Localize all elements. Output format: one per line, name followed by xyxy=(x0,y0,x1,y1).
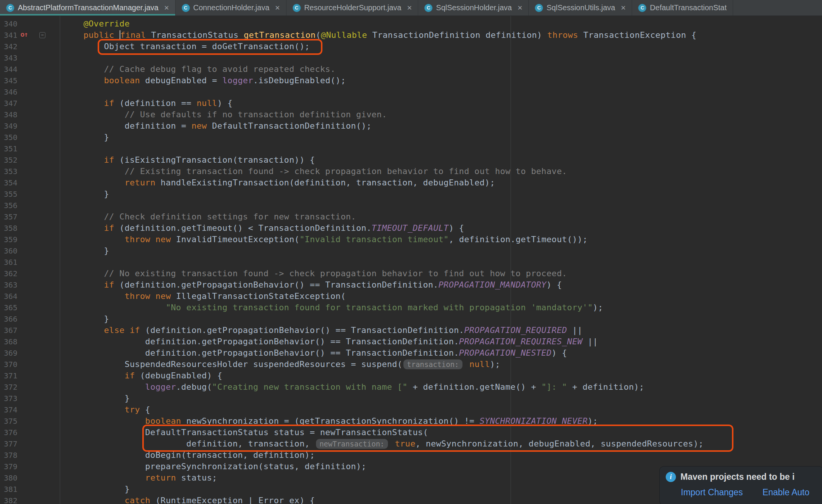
line-number[interactable]: 355 xyxy=(0,190,17,199)
code-line[interactable]: 377 definition, transaction, newTransact… xyxy=(0,438,822,450)
line-number[interactable]: 353 xyxy=(0,167,17,176)
code-line[interactable]: 346 xyxy=(0,86,822,98)
line-number[interactable]: 374 xyxy=(0,405,17,414)
line-number[interactable]: 363 xyxy=(0,280,17,289)
editor-tab[interactable]: CAbstractPlatformTransactionManager.java… xyxy=(0,0,176,16)
line-number[interactable]: 370 xyxy=(0,360,17,369)
line-number[interactable]: 372 xyxy=(0,383,17,392)
code-line[interactable]: 358 if (definition.getTimeout() < Transa… xyxy=(0,222,822,234)
line-number[interactable]: 367 xyxy=(0,326,17,335)
line-number[interactable]: 373 xyxy=(0,394,17,403)
line-number[interactable]: 360 xyxy=(0,246,17,255)
editor-tab[interactable]: CResourceHolderSupport.java× xyxy=(286,0,419,16)
line-number[interactable]: 369 xyxy=(0,348,17,358)
notification-link[interactable]: Enable Auto xyxy=(763,487,810,498)
code-line[interactable]: 352 if (isExistingTransaction(transactio… xyxy=(0,154,822,166)
line-number[interactable]: 346 xyxy=(0,87,17,96)
line-number[interactable]: 342 xyxy=(0,42,17,51)
line-number[interactable]: 382 xyxy=(0,496,17,504)
tab-close-icon[interactable]: × xyxy=(407,4,412,12)
editor-tab[interactable]: CSqlSessionHolder.java× xyxy=(418,0,529,16)
code-line[interactable]: 359 throw new InvalidTimeoutException("I… xyxy=(0,234,822,245)
code-line[interactable]: 363 if (definition.getPropagationBehavio… xyxy=(0,279,822,291)
line-number[interactable]: 343 xyxy=(0,53,17,62)
line-number[interactable]: 341 xyxy=(0,31,17,40)
line-number[interactable]: 368 xyxy=(0,337,17,346)
code-line[interactable]: 356 xyxy=(0,200,822,211)
tab-close-icon[interactable]: × xyxy=(517,4,522,12)
code-line[interactable]: 349 definition = new DefaultTransactionD… xyxy=(0,120,822,132)
code-line[interactable]: 354 return handleExistingTransaction(def… xyxy=(0,177,822,188)
line-number[interactable]: 359 xyxy=(0,235,17,244)
code-line[interactable]: 351 xyxy=(0,143,822,154)
code-line[interactable]: 344 // Cache debug flag to avoid repeate… xyxy=(0,64,822,75)
line-number[interactable]: 348 xyxy=(0,110,17,119)
line-number[interactable]: 366 xyxy=(0,314,17,324)
code-line[interactable]: 366 } xyxy=(0,313,822,325)
code-line[interactable]: 372 logger.debug("Creating new transacti… xyxy=(0,381,822,393)
line-number[interactable]: 378 xyxy=(0,451,17,460)
line-number[interactable]: 345 xyxy=(0,76,17,85)
code-line[interactable]: 355 } xyxy=(0,188,822,200)
line-number[interactable]: 365 xyxy=(0,303,17,312)
code-line[interactable]: 368 definition.getPropagationBehavior() … xyxy=(0,336,822,347)
line-number[interactable]: 371 xyxy=(0,371,17,380)
code-line[interactable]: 350 } xyxy=(0,132,822,143)
editor-tab[interactable]: CDefaultTransactionStat xyxy=(632,0,733,16)
code-line[interactable]: 342 Object transaction = doGetTransactio… xyxy=(0,41,822,52)
code-line[interactable]: 371 if (debugEnabled) { xyxy=(0,370,822,381)
code-line[interactable]: 340 @Override xyxy=(0,18,822,30)
code-line[interactable]: 367 else if (definition.getPropagationBe… xyxy=(0,325,822,336)
code-line[interactable]: 347 if (definition == null) { xyxy=(0,98,822,109)
code-line[interactable]: 375 boolean newSynchronization = (getTra… xyxy=(0,415,822,427)
code-line[interactable]: 348 // Use defaults if no transaction de… xyxy=(0,109,822,120)
tab-close-icon[interactable]: × xyxy=(275,4,280,12)
code-line[interactable]: 362 // No existing transaction found -> … xyxy=(0,268,822,279)
line-number[interactable]: 379 xyxy=(0,462,17,471)
notification-link[interactable]: Import Changes xyxy=(681,487,743,498)
code-line[interactable]: 376 DefaultTransactionStatus status = ne… xyxy=(0,427,822,438)
code-line[interactable]: 374 try { xyxy=(0,404,822,415)
line-number[interactable]: 375 xyxy=(0,417,17,426)
code-line[interactable]: 378 doBegin(transaction, definition); xyxy=(0,450,822,461)
code-token xyxy=(63,325,104,335)
code-line[interactable]: 345 boolean debugEnabled = logger.isDebu… xyxy=(0,75,822,86)
line-number[interactable]: 354 xyxy=(0,178,17,187)
editor-tab[interactable]: CSqlSessionUtils.java× xyxy=(529,0,632,16)
tab-close-icon[interactable]: × xyxy=(621,4,626,12)
line-number[interactable]: 349 xyxy=(0,121,17,131)
line-number[interactable]: 377 xyxy=(0,439,17,448)
line-number[interactable]: 352 xyxy=(0,156,17,165)
line-number[interactable]: 362 xyxy=(0,269,17,278)
line-number[interactable]: 380 xyxy=(0,473,17,482)
line-number[interactable]: 344 xyxy=(0,65,17,74)
code-line[interactable]: 360 } xyxy=(0,245,822,257)
code-line[interactable]: 343 xyxy=(0,52,822,64)
line-number[interactable]: 350 xyxy=(0,133,17,142)
tab-close-icon[interactable]: × xyxy=(164,4,169,12)
line-number[interactable]: 351 xyxy=(0,144,17,153)
code-line[interactable]: 353 // Existing transaction found -> che… xyxy=(0,166,822,177)
code-line[interactable]: 357 // Check definition settings for new… xyxy=(0,211,822,222)
line-number[interactable]: 364 xyxy=(0,292,17,301)
line-number[interactable]: 356 xyxy=(0,201,17,210)
line-number[interactable]: 376 xyxy=(0,428,17,437)
fold-marker-icon[interactable]: − xyxy=(39,32,45,38)
line-number[interactable]: 381 xyxy=(0,485,17,494)
line-number[interactable]: 361 xyxy=(0,258,17,267)
code-token: boolean xyxy=(104,76,140,85)
code-line[interactable]: 365 "No existing transaction found for t… xyxy=(0,302,822,313)
code-line[interactable]: 370 SuspendedResourcesHolder suspendedRe… xyxy=(0,359,822,370)
overrides-method-gutter-icon[interactable]: o↑ xyxy=(20,30,28,38)
line-number[interactable]: 340 xyxy=(0,19,17,28)
editor-tab[interactable]: CConnectionHolder.java× xyxy=(176,0,286,16)
line-number[interactable]: 358 xyxy=(0,224,17,233)
code-line[interactable]: 341o↑− public final TransactionStatus ge… xyxy=(0,30,822,41)
tab-label: SqlSessionHolder.java xyxy=(436,3,512,12)
code-line[interactable]: 369 definition.getPropagationBehavior() … xyxy=(0,347,822,359)
line-number[interactable]: 357 xyxy=(0,212,17,221)
line-number[interactable]: 347 xyxy=(0,99,17,108)
code-line[interactable]: 364 throw new IllegalTransactionStateExc… xyxy=(0,291,822,302)
code-line[interactable]: 361 xyxy=(0,257,822,268)
code-line[interactable]: 373 } xyxy=(0,393,822,404)
